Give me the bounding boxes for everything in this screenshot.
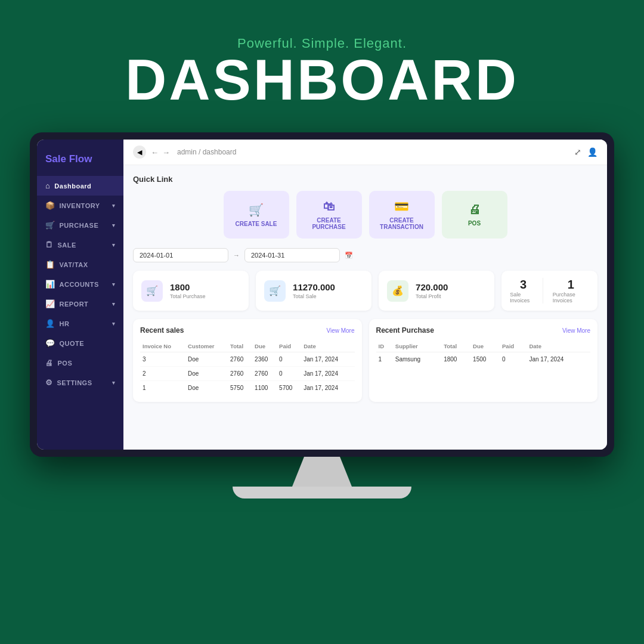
sidebar-item-quote[interactable]: 💬 QUOTE — [37, 333, 123, 353]
breadcrumb: admin / dashboard — [177, 148, 236, 156]
expand-icon[interactable]: ⤢ — [574, 147, 581, 157]
cell-due: 2360 — [252, 352, 277, 367]
cell-invoice: 3 — [140, 352, 185, 367]
recent-sales-header: Recent sales View More — [140, 326, 355, 335]
create-sale-icon: 🛒 — [249, 203, 264, 217]
cell-invoice: 2 — [140, 367, 185, 381]
cell-total: 2760 — [228, 367, 252, 381]
sidebar-item-settings[interactable]: ⚙ SETTINGS ▾ — [37, 373, 123, 392]
create-purchase-label: CREATE PURCHASE — [306, 217, 352, 230]
collapse-sidebar-button[interactable]: ◀ — [133, 145, 146, 159]
stat-details-purchase: 1800 Total Purchase — [170, 282, 206, 299]
back-button[interactable]: ← — [151, 148, 159, 157]
chevron-icon: ▾ — [112, 222, 116, 228]
main-content: ◀ ← → admin / dashboard ⤢ 👤 Quick Li — [123, 140, 607, 450]
create-transaction-button[interactable]: 💳 CREATE TRANSACTION — [369, 191, 435, 239]
main-title: DASHBOARD — [125, 51, 519, 109]
date-end-input[interactable] — [244, 248, 340, 262]
stat-card-profit: 💰 720.000 Total Profit — [379, 271, 494, 311]
sidebar-label-sale: SALE — [58, 242, 76, 249]
accounts-icon: 📊 — [45, 280, 55, 289]
cell-id: 1 — [376, 352, 393, 367]
table-row: 2 Doe 2760 2760 0 Jan 17, 2024 — [140, 367, 355, 381]
vat-icon: 📋 — [45, 260, 55, 269]
stat-value-purchase: 1800 — [170, 282, 206, 292]
recent-purchase-title: Recent Purchase — [376, 326, 434, 335]
cell-paid: 0 — [277, 352, 301, 367]
stat-details-sale: 11270.000 Total Sale — [293, 282, 335, 299]
stat-value-sale: 11270.000 — [293, 282, 335, 292]
user-icon[interactable]: 👤 — [587, 147, 597, 157]
stat-card-sale: 🛒 11270.000 Total Sale — [256, 271, 371, 311]
sidebar-item-inventory[interactable]: 📦 INVENTORY ▾ — [37, 196, 123, 215]
stat-card-purchase: 🛒 1800 Total Purchase — [133, 271, 249, 311]
quick-links: 🛒 CREATE SALE 🛍 CREATE PURCHASE 💳 CREATE… — [133, 191, 597, 239]
sidebar-label-report: REPORT — [60, 301, 89, 308]
forward-button[interactable]: → — [162, 148, 170, 157]
stat-icon-profit: 💰 — [387, 280, 408, 302]
col-id: ID — [376, 340, 393, 352]
inventory-icon: 📦 — [45, 201, 55, 210]
cell-total: 5750 — [228, 381, 252, 395]
col-paid: Paid — [277, 340, 301, 352]
stand-base — [233, 487, 411, 499]
tables-row: Recent sales View More Invoice No Custom… — [133, 319, 597, 402]
cell-supplier: Samsung — [393, 352, 441, 367]
sidebar-label-accounts: ACCOUNTS — [60, 281, 99, 288]
col-due-p: Due — [470, 340, 500, 352]
stat-label-profit: Total Profit — [416, 293, 448, 299]
header-section: Powerful. Simple. Elegant. DASHBOARD — [125, 0, 519, 109]
table-row: 1 Doe 5750 1100 5700 Jan 17, 2024 — [140, 381, 355, 395]
col-date-p: Date — [527, 340, 590, 352]
sidebar-logo: Sale Flow — [37, 148, 123, 176]
sidebar-item-dashboard[interactable]: ⌂ Dashboard — [37, 176, 123, 196]
chevron-icon: ▾ — [112, 321, 116, 327]
table-row: 3 Doe 2760 2360 0 Jan 17, 2024 — [140, 352, 355, 367]
chevron-icon: ▾ — [112, 281, 116, 287]
sidebar-label-purchase: PURCHASE — [60, 222, 99, 229]
cell-date: Jan 17, 2024 — [301, 381, 354, 395]
topbar: ◀ ← → admin / dashboard ⤢ 👤 — [123, 140, 607, 165]
recent-sales-view-more[interactable]: View More — [326, 327, 354, 334]
hr-icon: 👤 — [45, 319, 55, 328]
sidebar-item-sale[interactable]: 🗒 SALE ▾ — [37, 235, 123, 255]
topbar-icons: ⤢ 👤 — [574, 147, 597, 157]
sidebar-item-vat[interactable]: 📋 VAT/TAX — [37, 255, 123, 274]
sale-invoice-label: Sale Invoices — [510, 292, 537, 304]
recent-purchase-view-more[interactable]: View More — [562, 327, 590, 334]
sidebar-item-hr[interactable]: 👤 HR ▾ — [37, 314, 123, 333]
sidebar-item-report[interactable]: 📈 REPORT ▾ — [37, 294, 123, 314]
calendar-icon[interactable]: 📅 — [345, 252, 353, 259]
purchase-invoice-count: 1 — [568, 278, 574, 292]
quick-link-title: Quick Link — [133, 175, 597, 184]
stat-card-invoices: 3 Sale Invoices 1 Purchase Invoices — [501, 271, 597, 311]
recent-purchase-header: Recent Purchase View More — [376, 326, 591, 335]
cell-total: 2760 — [228, 352, 252, 367]
cell-due: 1100 — [252, 381, 277, 395]
pos-button[interactable]: 🖨 POS — [442, 191, 507, 239]
cell-date: Jan 17, 2024 — [527, 352, 590, 367]
topbar-nav: ← → — [151, 148, 170, 157]
create-purchase-button[interactable]: 🛍 CREATE PURCHASE — [296, 191, 362, 239]
recent-sales-title: Recent sales — [140, 326, 184, 335]
create-sale-button[interactable]: 🛒 CREATE SALE — [224, 191, 289, 239]
stat-label-sale: Total Sale — [293, 293, 335, 299]
cell-invoice: 1 — [140, 381, 185, 395]
col-due: Due — [252, 340, 277, 352]
pos-icon: 🖨 — [45, 358, 54, 367]
date-arrow: → — [233, 252, 240, 259]
col-date: Date — [301, 340, 354, 352]
sidebar-label-quote: QUOTE — [60, 340, 85, 347]
sidebar: Sale Flow ⌂ Dashboard 📦 INVENTORY ▾ 🛒 PU… — [37, 140, 123, 450]
recent-sales-section: Recent sales View More Invoice No Custom… — [133, 319, 362, 402]
sidebar-item-pos[interactable]: 🖨 POS — [37, 353, 123, 373]
col-total-p: Total — [441, 340, 470, 352]
date-start-input[interactable] — [133, 248, 228, 262]
sidebar-item-purchase[interactable]: 🛒 PURCHASE ▾ — [37, 215, 123, 235]
sidebar-item-accounts[interactable]: 📊 ACCOUNTS ▾ — [37, 274, 123, 294]
sale-invoice-count: 3 — [520, 278, 527, 292]
quote-icon: 💬 — [45, 339, 55, 348]
cell-customer: Doe — [185, 367, 228, 381]
cell-total: 1800 — [441, 352, 470, 367]
recent-sales-table: Invoice No Customer Total Due Paid Date — [140, 340, 355, 395]
